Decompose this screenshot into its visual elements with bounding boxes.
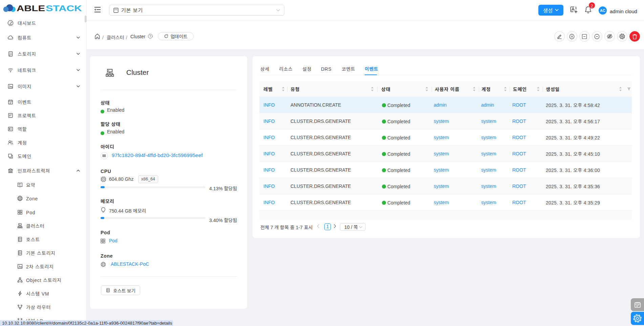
- svg-text:STACK: STACK: [46, 4, 82, 13]
- svg-text:ABLE: ABLE: [17, 4, 45, 13]
- svg-text:?: ?: [150, 35, 151, 38]
